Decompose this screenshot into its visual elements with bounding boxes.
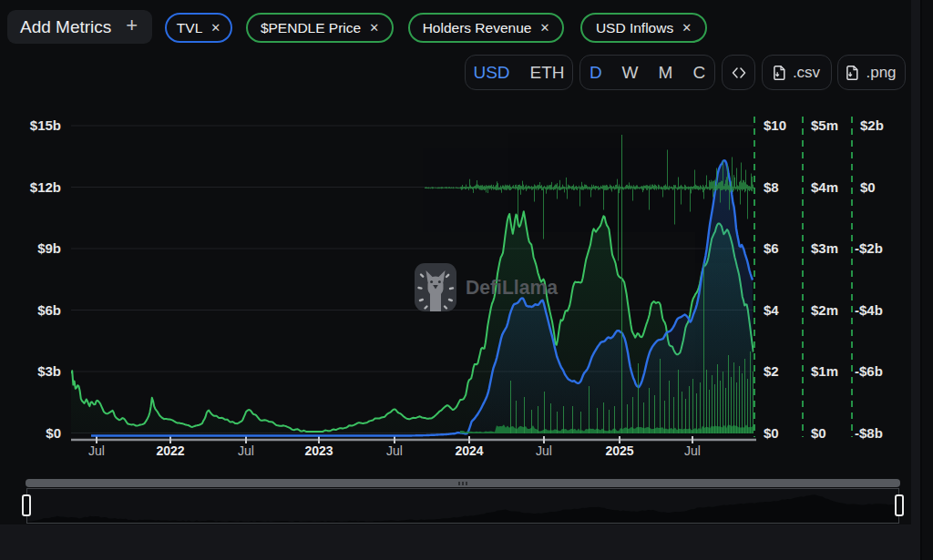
svg-text:Jul: Jul [684,443,701,458]
svg-text:$6: $6 [764,240,779,256]
svg-text:2022: 2022 [156,443,184,458]
svg-text:Jul: Jul [238,443,254,458]
svg-text:Jul: Jul [386,443,403,458]
svg-text:$4m: $4m [811,179,838,195]
svg-text:Jul: Jul [88,443,105,458]
svg-text:2023: 2023 [304,443,333,458]
svg-text:2024: 2024 [455,443,483,458]
svg-text:$8: $8 [764,179,779,195]
svg-text:$2b: $2b [860,117,884,133]
svg-text:-$4b: -$4b [855,302,883,318]
svg-text:$4: $4 [764,302,779,318]
svg-text:$3m: $3m [811,240,838,256]
svg-text:$12b: $12b [30,179,61,195]
svg-text:$10: $10 [764,117,786,133]
svg-text:2025: 2025 [605,443,633,458]
svg-text:$5m: $5m [811,117,838,133]
svg-text:$1m: $1m [811,363,838,379]
svg-text:$3b: $3b [37,363,61,379]
svg-text:Jul: Jul [536,443,552,458]
svg-text:DefiLlama: DefiLlama [466,277,559,299]
svg-text:-$2b: -$2b [855,240,883,256]
svg-text:-$8b: -$8b [855,425,883,441]
svg-text:$0: $0 [811,425,826,441]
svg-text:$2m: $2m [811,302,838,318]
svg-text:$9b: $9b [37,240,61,256]
svg-text:-$6b: -$6b [855,363,883,379]
svg-text:$0: $0 [860,179,876,195]
svg-text:$0: $0 [46,425,61,441]
svg-text:$15b: $15b [30,117,61,133]
svg-text:$2: $2 [764,363,779,379]
svg-text:$0: $0 [764,425,779,441]
svg-text:$6b: $6b [37,302,61,318]
